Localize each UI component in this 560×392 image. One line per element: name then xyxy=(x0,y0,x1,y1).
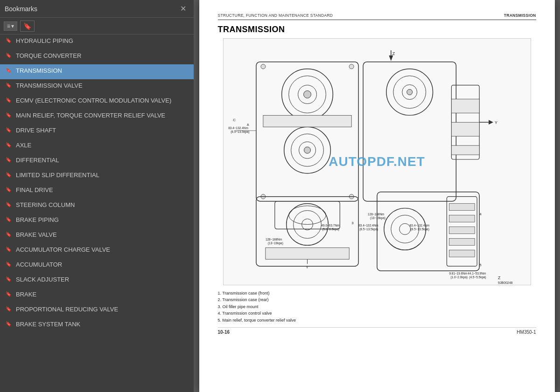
bookmark-label: DIFFERENTIAL xyxy=(16,157,59,165)
svg-rect-37 xyxy=(451,145,479,155)
bookmark-label: ECMV (ELECTRONIC CONTROL MODULATION VALV… xyxy=(16,97,171,105)
bookmark-label: MAIN RELIEF, TORQUE CONVERTER RELIEF VAL… xyxy=(16,112,165,120)
bookmark-label: ACCUMULATOR CHARGE VALVE xyxy=(16,246,110,254)
bookmark-item-drive-shaft[interactable]: 🔖DRIVE SHAFT xyxy=(0,124,194,139)
bookmark-item-steering-column[interactable]: 🔖STEERING COLUMN xyxy=(0,199,194,213)
bookmark-label: LIMITED SLIP DIFFERENTIAL xyxy=(16,172,99,179)
bookmark-icon-button[interactable]: 🔖 xyxy=(20,21,35,32)
svg-text:(8.5~13.5kpa): (8.5~13.5kpa) xyxy=(359,227,378,231)
svg-rect-0 xyxy=(256,62,358,201)
bookmark-label: PROPORTIONAL REDUCING VALVE xyxy=(16,306,118,314)
bookmark-label: BRAKE xyxy=(16,291,36,299)
bookmark-page-icon: 🔖 xyxy=(6,53,12,58)
bookmark-item-accumulator-charge-valve[interactable]: 🔖ACCUMULATOR CHARGE VALVE xyxy=(0,243,194,258)
bookmark-item-transmission[interactable]: 🔖TRANSMISSION xyxy=(0,64,194,79)
bookmark-item-transmission-valve[interactable]: 🔖TRANSMISSION VALVE xyxy=(0,79,194,94)
parts-list-item: 4. Transmission control valve xyxy=(218,310,536,316)
svg-text:49.0~63.7Nm: 49.0~63.7Nm xyxy=(321,224,339,227)
svg-rect-60 xyxy=(449,238,475,245)
bookmark-item-axle[interactable]: 🔖AXLE xyxy=(0,139,194,154)
close-button[interactable]: ✕ xyxy=(177,3,189,14)
bookmark-item-proportional-reducing-valve[interactable]: 🔖PROPORTIONAL REDUCING VALVE xyxy=(0,303,194,318)
bookmark-page-icon: 🔖 xyxy=(6,112,12,117)
bookmark-page-icon: 🔖 xyxy=(6,306,12,311)
svg-text:83.4~132.4Nm: 83.4~132.4Nm xyxy=(409,224,429,227)
svg-rect-9 xyxy=(263,115,351,127)
bookmark-icon: 🔖 xyxy=(23,22,31,30)
bookmark-label: AXLE xyxy=(16,142,31,150)
svg-text:(1.0~2.0kpa): (1.0~2.0kpa) xyxy=(450,275,468,279)
svg-text:Z: Z xyxy=(392,51,395,56)
bookmark-label: BRAKE SYSTEM TANK xyxy=(16,321,80,329)
bookmark-label: TORQUE CONVERTER xyxy=(16,52,81,60)
bookmark-label: BRAKE PIPING xyxy=(16,216,59,224)
svg-text:4: 4 xyxy=(479,212,482,216)
svg-text:Y: Y xyxy=(495,120,497,125)
bookmark-item-final-drive[interactable]: 🔖FINAL DRIVE xyxy=(0,184,194,199)
sidebar-toolbar: ≡ ▾ 🔖 xyxy=(0,18,194,34)
svg-text:3: 3 xyxy=(351,221,354,225)
main-content: STRUCTURE, FUNCTION AND MAINTENANCE STAN… xyxy=(194,0,560,392)
bookmark-item-brake[interactable]: 🔖BRAKE xyxy=(0,288,194,303)
parts-list-item: 3. Oil filler pipe mount xyxy=(218,303,536,310)
sidebar-header: Bookmarks ✕ xyxy=(0,0,194,18)
svg-text:5: 5 xyxy=(479,263,482,267)
bookmark-item-hydraulic-piping[interactable]: 🔖HYDRAULIC PIPING xyxy=(0,34,194,49)
svg-text:44.1~53.9Nm: 44.1~53.9Nm xyxy=(468,272,486,275)
bookmark-item-slack-adjuster[interactable]: 🔖SLACK ADJUSTER xyxy=(0,273,194,288)
bookmark-label: FINAL DRIVE xyxy=(16,186,53,194)
bookmark-label: SLACK ADJUSTER xyxy=(16,276,69,284)
bookmark-item-main-relief[interactable]: 🔖MAIN RELIEF, TORQUE CONVERTER RELIEF VA… xyxy=(0,109,194,124)
header-left-text: STRUCTURE, FUNCTION AND MAINTENANCE STAN… xyxy=(218,13,333,18)
svg-text:Z: Z xyxy=(498,275,501,280)
svg-text:A: A xyxy=(247,123,249,126)
svg-text:(8.5~13.5kpa): (8.5~13.5kpa) xyxy=(410,227,429,231)
list-icon: ≡ xyxy=(7,23,10,29)
bookmark-page-icon: 🔖 xyxy=(6,142,12,147)
bookmark-item-brake-valve[interactable]: 🔖BRAKE VALVE xyxy=(0,228,194,243)
svg-text:(13~19kpa): (13~19kpa) xyxy=(267,241,283,245)
bookmark-item-ecmv[interactable]: 🔖ECMV (ELECTRONIC CONTROL MODULATION VAL… xyxy=(0,94,194,109)
bookmark-page-icon: 🔖 xyxy=(6,172,12,177)
bookmark-item-brake-system-tank[interactable]: 🔖BRAKE SYSTEM TANK xyxy=(0,318,194,333)
svg-point-64 xyxy=(399,223,410,234)
bookmark-page-icon: 🔖 xyxy=(6,261,12,267)
model-number: HM350-1 xyxy=(517,330,536,335)
page-number: 10-16 xyxy=(218,330,230,335)
page-footer: 10-16 HM350-1 xyxy=(218,327,536,335)
svg-point-4 xyxy=(303,91,311,98)
sidebar-title: Bookmarks xyxy=(5,5,37,13)
svg-point-11 xyxy=(349,64,354,69)
bookmark-page-icon: 🔖 xyxy=(6,232,12,237)
list-view-button[interactable]: ≡ ▾ xyxy=(4,21,17,31)
bookmark-item-differential[interactable]: 🔖DIFFERENTIAL xyxy=(0,154,194,169)
svg-text:(13~19kpa): (13~19kpa) xyxy=(370,216,385,220)
bookmark-page-icon: 🔖 xyxy=(6,247,12,252)
svg-rect-36 xyxy=(451,122,479,136)
dropdown-arrow: ▾ xyxy=(11,23,14,29)
svg-text:83.4~132.4Nm: 83.4~132.4Nm xyxy=(228,126,248,130)
svg-rect-29 xyxy=(363,62,456,201)
bookmark-item-limited-slip-differential[interactable]: 🔖LIMITED SLIP DIFFERENTIAL xyxy=(0,169,194,184)
bookmark-page-icon: 🔖 xyxy=(6,202,12,207)
diagram-container: AUTOPDF.NET xyxy=(218,38,536,285)
bookmark-item-brake-piping[interactable]: 🔖BRAKE PIPING xyxy=(0,213,194,228)
bookmark-item-torque-converter[interactable]: 🔖TORQUE CONVERTER xyxy=(0,49,194,64)
svg-point-33 xyxy=(406,89,412,95)
bookmark-item-accumulator[interactable]: 🔖ACCUMULATOR xyxy=(0,258,194,273)
bookmark-page-icon: 🔖 xyxy=(6,291,12,296)
bookmark-page-icon: 🔖 xyxy=(6,68,12,73)
bookmark-page-icon: 🔖 xyxy=(6,217,12,222)
parts-list-item: 2. Transmission case (rear) xyxy=(218,296,536,303)
bookmark-page-icon: 🔖 xyxy=(6,38,12,43)
parts-list-item: 5. Main relief, torque converter relief … xyxy=(218,317,536,323)
document-title: TRANSMISSION xyxy=(218,25,536,34)
parts-list-item: 1. Transmission case (front) xyxy=(218,290,536,296)
bookmark-label: STEERING COLUMN xyxy=(16,201,75,209)
svg-text:128~188Nm: 128~188Nm xyxy=(265,238,281,241)
header-right-text: TRANSMISSION xyxy=(504,13,536,18)
svg-text:C: C xyxy=(233,118,236,122)
svg-text:128~188Nm: 128~188Nm xyxy=(368,213,384,216)
parts-list: 1. Transmission case (front)2. Transmiss… xyxy=(218,290,536,323)
bookmark-page-icon: 🔖 xyxy=(6,276,12,282)
